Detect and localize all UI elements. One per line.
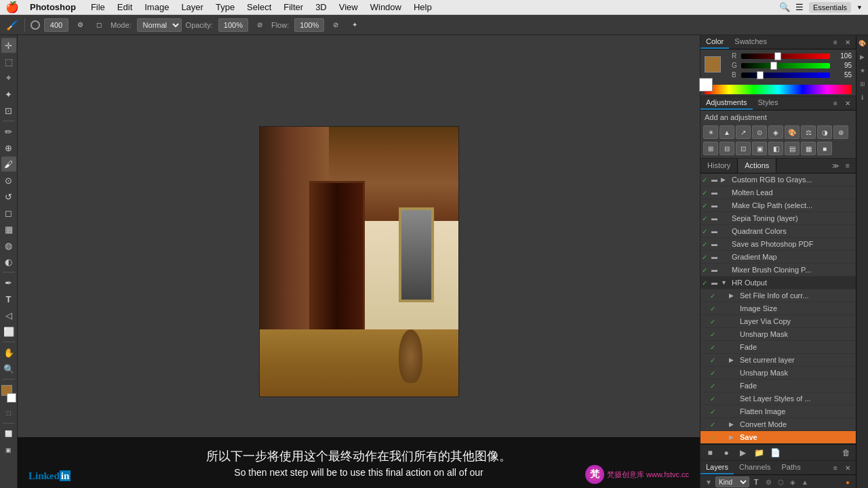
action-item-convert-mode[interactable]: ✓ ▶ Convert Mode xyxy=(701,418,856,431)
tab-layers[interactable]: Layers xyxy=(701,461,734,474)
arrow-set-file-info[interactable]: ▶ xyxy=(729,292,738,299)
app-name[interactable]: Photoshop xyxy=(24,1,81,14)
bw-btn[interactable]: ◑ xyxy=(817,125,832,139)
action-item-set-file-info[interactable]: ✓ ▶ Set File Info of curr... xyxy=(701,289,856,302)
eyedropper-tool[interactable]: ✏ xyxy=(1,124,16,139)
color-lookup-btn[interactable]: ⊟ xyxy=(719,142,734,155)
opacity-input[interactable] xyxy=(218,18,248,32)
action-item-unsharp-mask-2[interactable]: ✓ Unsharp Mask xyxy=(701,367,856,380)
quick-select-tool[interactable]: ✦ xyxy=(1,87,16,102)
menu-select[interactable]: Select xyxy=(241,1,277,14)
menu-edit[interactable]: Edit xyxy=(112,1,138,14)
layers-panel-menu-icon[interactable]: ≡ xyxy=(830,462,841,473)
brush-tool-icon[interactable]: 🖌️ xyxy=(4,18,19,33)
fg-bg-colors[interactable] xyxy=(0,385,18,403)
action-item-hr-output[interactable]: ✓ ▬ ▼ HR Output xyxy=(701,277,856,289)
action-item-clip-path[interactable]: ✓ ▬ Make Clip Path (select... xyxy=(701,199,856,212)
gradient-tool[interactable]: ▦ xyxy=(1,222,16,237)
stop-btn[interactable]: ■ xyxy=(703,447,717,459)
panel-strip-grid-icon[interactable]: ⊞ xyxy=(857,79,868,89)
menu-image[interactable]: Image xyxy=(139,1,174,14)
filter-toggle-icon[interactable]: ● xyxy=(842,476,853,487)
brush-options-icon[interactable]: ⚙ xyxy=(73,18,87,33)
green-thumb[interactable] xyxy=(770,62,777,70)
action-item-image-size[interactable]: ✓ Image Size xyxy=(701,302,856,315)
shape-tool[interactable]: ⬜ xyxy=(1,324,16,339)
tab-history[interactable]: History xyxy=(701,159,738,173)
tab-adjustments[interactable]: Adjustments xyxy=(701,96,753,110)
screen-mode-btn[interactable]: ⬜ xyxy=(1,426,16,441)
flow-input[interactable] xyxy=(294,18,324,32)
action-item-molten-lead[interactable]: ✓ ▬ Molten Lead xyxy=(701,186,856,199)
quick-mask-btn[interactable]: ⬚ xyxy=(1,405,16,420)
color-panel-close-icon[interactable]: ✕ xyxy=(842,37,853,47)
channel-mixer-btn[interactable]: ⊞ xyxy=(703,142,718,155)
action-item-flatten-image[interactable]: ✓ Flatten Image xyxy=(701,405,856,418)
color-panel-menu-icon[interactable]: ≡ xyxy=(830,37,841,47)
menu-file[interactable]: File xyxy=(85,1,111,14)
move-tool[interactable]: ✛ xyxy=(1,38,16,53)
action-item-custom-rgb[interactable]: ✓ ▬ ▶ Custom RGB to Grays... xyxy=(701,174,856,186)
eraser-tool[interactable]: ◻ xyxy=(1,205,16,220)
filter-type-icon[interactable]: ⬡ xyxy=(775,476,786,487)
action-item-fade-1[interactable]: ✓ Fade xyxy=(701,341,856,354)
levels-btn[interactable]: ▲ xyxy=(719,125,734,139)
menu-type[interactable]: Type xyxy=(210,1,240,14)
apple-menu[interactable]: 🍎 xyxy=(5,1,19,14)
action-item-sepia[interactable]: ✓ ▬ Sepia Toning (layer) xyxy=(701,212,856,225)
photo-filter-btn[interactable]: ⊛ xyxy=(833,125,848,139)
action-item-unsharp-mask-1[interactable]: ✓ Unsharp Mask xyxy=(701,328,856,341)
panel-strip-play-icon[interactable]: ▶ xyxy=(857,52,868,62)
panels-icon[interactable]: ☰ xyxy=(795,2,804,12)
tab-styles[interactable]: Styles xyxy=(753,96,784,110)
adj-panel-close-icon[interactable]: ✕ xyxy=(842,98,853,108)
menu-3d[interactable]: 3D xyxy=(310,1,332,14)
blue-thumb[interactable] xyxy=(757,71,764,79)
tab-color[interactable]: Color xyxy=(701,35,729,49)
invert-btn[interactable]: ⊡ xyxy=(736,142,751,155)
tab-swatches[interactable]: Swatches xyxy=(729,35,772,49)
text-tool[interactable]: T xyxy=(1,291,16,306)
screen-cycle-btn[interactable]: ▣ xyxy=(1,443,16,458)
layers-panel-close-icon[interactable]: ✕ xyxy=(842,462,853,473)
actions-panel-options-icon[interactable]: ≫ xyxy=(830,161,841,171)
solid-color-btn[interactable]: ■ xyxy=(817,142,832,155)
color-balance-btn[interactable]: ⚖ xyxy=(801,125,816,139)
brightness-contrast-btn[interactable]: ☀ xyxy=(703,125,718,139)
dodge-tool[interactable]: ◐ xyxy=(1,254,16,269)
healing-brush-tool[interactable]: ⊕ xyxy=(1,140,16,155)
kind-select[interactable]: Kind xyxy=(715,476,749,487)
pen-tool[interactable]: ✒ xyxy=(1,275,16,290)
exposure-btn[interactable]: ⊙ xyxy=(752,125,767,139)
filter-smart-icon[interactable]: ◈ xyxy=(787,476,798,487)
posterize-btn[interactable]: ▣ xyxy=(752,142,767,155)
menu-filter[interactable]: Filter xyxy=(278,1,309,14)
menu-layer[interactable]: Layer xyxy=(176,1,209,14)
menu-window[interactable]: Window xyxy=(365,1,407,14)
delete-action-btn[interactable]: 🗑 xyxy=(840,447,853,459)
menu-view[interactable]: View xyxy=(334,1,363,14)
airbrush-icon[interactable]: ✦ xyxy=(347,18,362,33)
filter-text-icon[interactable]: T xyxy=(751,476,762,487)
curves-btn[interactable]: ↗ xyxy=(736,125,751,139)
arrow-convert-mode[interactable]: ▶ xyxy=(729,421,738,428)
gradient-map-btn[interactable]: ▤ xyxy=(785,142,800,155)
threshold-btn[interactable]: ◧ xyxy=(768,142,783,155)
brush-size-input[interactable] xyxy=(44,18,68,32)
action-item-set-layer-styles[interactable]: ✓ Set Layer Styles of ... xyxy=(701,392,856,405)
search-icon[interactable]: 🔍 xyxy=(779,2,790,12)
kind-dropdown-icon[interactable]: ▼ xyxy=(703,476,714,487)
action-item-layer-via-copy[interactable]: ✓ Layer Via Copy xyxy=(701,315,856,328)
red-thumb[interactable] xyxy=(774,52,781,60)
tab-channels[interactable]: Channels xyxy=(734,461,776,474)
action-item-save[interactable]: ✓ ▶ Save xyxy=(701,431,856,444)
bg-color-swatch[interactable] xyxy=(699,78,713,92)
tab-actions[interactable]: Actions xyxy=(738,159,776,173)
path-selection-tool[interactable]: ◁ xyxy=(1,308,16,323)
adj-panel-menu-icon[interactable]: ≡ xyxy=(830,98,841,108)
panel-strip-adjust-icon[interactable]: ★ xyxy=(857,65,868,76)
new-action-btn[interactable]: 📄 xyxy=(768,447,782,459)
opacity-toggle-icon[interactable]: ⊘ xyxy=(252,18,267,33)
panel-strip-info-icon[interactable]: ℹ xyxy=(857,92,868,103)
arrow-set-current[interactable]: ▶ xyxy=(729,357,738,363)
